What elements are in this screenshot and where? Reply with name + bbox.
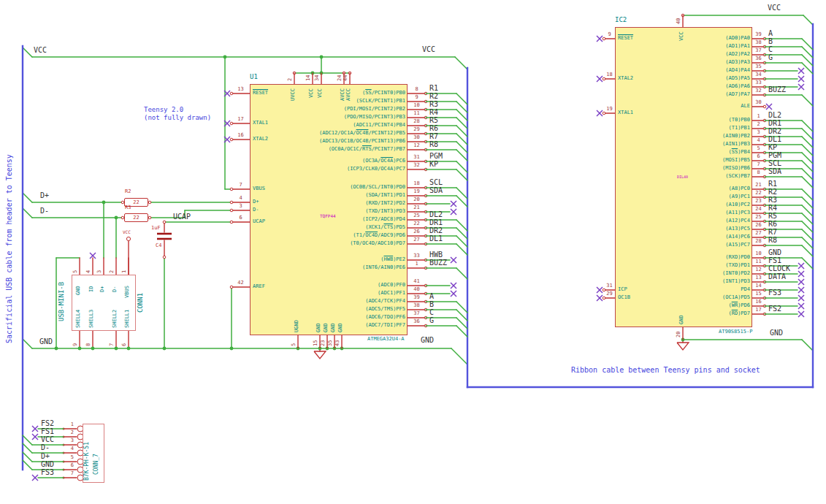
u1-net-label[interactable]: KP [429,161,438,168]
ic2-net-label[interactable]: KP [768,144,777,151]
ic2-pin-name: (RXD)PD0 [597,255,750,260]
u1-pin-name: AVCC [346,88,351,101]
u1-net-label[interactable]: R8 [429,141,438,148]
conn1-value[interactable]: USB-MINI-B [58,282,65,321]
u1-net-label[interactable]: SDA [429,187,443,194]
net-label[interactable]: D+ [40,192,49,199]
conn1-pin-number: 1 [122,270,127,273]
ic2-net-label[interactable]: SCL [768,160,781,167]
u1-net-label[interactable]: R7 [429,133,438,140]
u1-ref[interactable]: U1 [250,74,258,80]
ic2-pin-number: 32 [752,88,765,93]
ic2-pin-number: 8 [752,170,765,175]
net-label[interactable]: GND [421,337,434,344]
ic2-net-label[interactable]: SDA [768,168,781,175]
u1-net-label[interactable]: HWB [429,251,443,259]
ic2-net-label[interactable]: R1 [768,180,777,188]
u1-net-label[interactable]: R1 [429,85,438,92]
ic2-pin-number: 14 [752,283,765,289]
ic2-net-label[interactable]: A [768,30,773,37]
conn7-net-label[interactable]: D- [41,444,50,451]
conn7-net-label[interactable]: VCC [41,436,54,443]
ic2-net-label[interactable]: R5 [768,213,777,220]
u1-pin-number: 19 [408,189,426,194]
net-label[interactable]: VCC [768,4,781,12]
conn7-net-label[interactable]: GND [41,461,54,468]
u1-net-label[interactable]: SCL [429,179,443,186]
schematic-canvas[interactable]: Teensy 2.0 (not fully drawn) Sacrificial… [0,0,826,504]
ic2-net-label[interactable]: CLOCK [768,265,790,272]
u1-net-label[interactable]: DR2 [429,227,443,234]
u1-value[interactable]: ATMEGA32U4-A [367,337,405,342]
ic2-net-label[interactable]: FS3 [768,289,781,297]
c4-value[interactable]: 1uF [151,226,161,231]
conn7-net-label[interactable]: D+ [41,453,50,460]
net-label[interactable]: VCC [34,47,47,54]
net-label[interactable]: GND [39,338,53,345]
ic2-net-label[interactable]: FS2 [768,305,781,313]
ic2-net-label[interactable]: BUZZ [768,86,786,93]
u1-net-label[interactable]: DL1 [429,235,443,243]
ic2-net-label[interactable]: G [768,54,773,61]
conn7-net-label[interactable]: FS1 [41,428,54,435]
ic2-value[interactable]: AT90S8515-P [719,329,752,335]
ic2-net-label[interactable]: DR2 [768,128,781,135]
ic2-net-label[interactable]: R8 [768,237,777,244]
u1-pin-name: XTAL2 [253,137,268,142]
ic2-net-label[interactable]: DL1 [768,136,781,143]
ic2-pin-number: 30 [752,100,765,105]
ic2-net-label[interactable]: DR1 [768,120,781,127]
u1-net-label[interactable]: R2 [429,93,438,100]
conn7-net-label[interactable]: FS2 [41,420,54,427]
u1-pin-name: (ADC7/TDI)PF7 [253,323,405,328]
net-label[interactable]: GND [770,329,783,337]
conn7-value[interactable]: B7K-PH-K-S1 [84,442,90,481]
u1-net-label[interactable]: DL2 [429,211,443,218]
r3-value[interactable]: 22 [124,214,148,221]
annotation-usb-cable: Sacrificial USB cable from header to Tee… [6,154,13,343]
r3-ref[interactable]: R3 [125,205,131,210]
ic2-pin-number: 37 [752,48,765,53]
ic2-net-label[interactable]: R2 [768,188,777,196]
conn7-ref[interactable]: CONN_7 [93,454,99,475]
u1-net-label[interactable]: R5 [429,117,438,124]
ic2-net-label[interactable]: R4 [768,205,777,212]
u1-net-label[interactable]: DR1 [429,219,443,226]
ic2-net-label[interactable]: B [768,38,773,45]
u1-net-label[interactable]: C [429,309,434,316]
conn7-pin-number: 4 [64,446,74,451]
u1-pin-number: 8 [408,87,426,92]
u1-net-label[interactable]: G [429,317,434,324]
u1-net-label[interactable]: R4 [429,109,438,116]
u1-pin-name: GND [316,323,321,332]
r2-ref[interactable]: R2 [125,189,131,194]
ic2-net-label[interactable]: R3 [768,196,777,204]
ic2-ref[interactable]: IC2 [615,17,627,23]
ic2-net-label[interactable]: R6 [768,221,777,228]
conn1-ref[interactable]: CONN1 [137,293,144,313]
ic2-net-label[interactable]: DL2 [768,112,781,119]
u1-net-label[interactable]: A [429,293,434,300]
ic2-pin-number: 10 [752,251,765,256]
ic2-net-label[interactable]: FS1 [768,257,781,264]
net-label[interactable]: D- [40,207,49,215]
u1-net-label[interactable]: PGM [429,153,443,160]
ic2-net-label[interactable]: R7 [768,229,777,236]
ic2-net-label[interactable]: GND [768,249,781,256]
u1-net-label[interactable]: BUZZ [429,259,447,267]
conn1-pin-number: 4 [86,270,91,273]
u1-net-label[interactable]: B [429,301,434,308]
u1-pin-name: (ADC11/PCINT4)PB4 [253,123,405,128]
net-label[interactable]: UCAP [173,213,191,221]
u1-pin-number: 41 [408,279,426,284]
u1-net-label[interactable]: R6 [429,125,438,132]
ic2-net-label[interactable]: C [768,46,773,53]
net-label[interactable]: VCC [422,46,435,53]
u1-net-label[interactable]: R3 [429,101,438,108]
ic2-net-label[interactable]: PGM [768,152,781,159]
u1-pin-name: VCC [318,88,323,98]
c4-ref[interactable]: C4 [156,243,161,248]
ic2-pin-name: RESET [618,36,633,41]
ic2-net-label[interactable]: DATA [768,273,786,280]
conn7-net-label[interactable]: FS3 [41,469,54,476]
